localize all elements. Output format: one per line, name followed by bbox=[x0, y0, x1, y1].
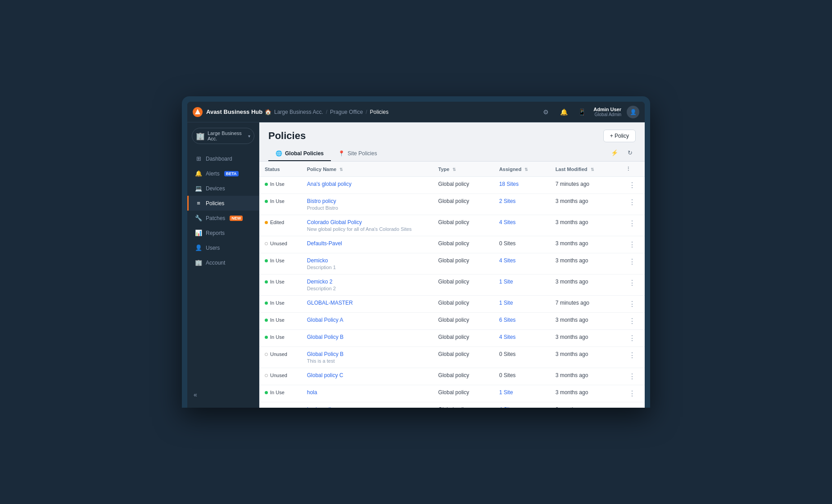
refresh-button[interactable]: ↻ bbox=[624, 147, 636, 158]
add-policy-button[interactable]: + Policy bbox=[603, 130, 636, 142]
table-row: In UseGLOBAL-MASTERGlobal policy1 Site7 … bbox=[259, 296, 645, 313]
cell-row-menu: ⋮ bbox=[620, 236, 645, 253]
assigned-link[interactable]: 1 Site bbox=[499, 300, 513, 306]
row-menu-button[interactable]: ⋮ bbox=[626, 257, 638, 266]
assigned-link[interactable]: 6 Sites bbox=[499, 317, 516, 323]
sidebar-item-label: Reports bbox=[206, 230, 225, 236]
cell-assigned: 1 Site bbox=[494, 274, 550, 296]
policy-name-link[interactable]: Bistro policy bbox=[307, 198, 336, 204]
status-text: In Use bbox=[270, 258, 285, 263]
global-tab-icon: 🌐 bbox=[276, 150, 282, 157]
row-menu-button[interactable]: ⋮ bbox=[626, 406, 638, 408]
col-header-name[interactable]: Policy Name ⇅ bbox=[302, 162, 433, 177]
sidebar-item-dashboard[interactable]: ⊞ Dashboard bbox=[187, 151, 259, 166]
sidebar-bottom: « bbox=[187, 387, 259, 402]
settings-button[interactable]: ⚙ bbox=[539, 106, 552, 118]
cell-policy-name: Ana's global policy bbox=[302, 177, 433, 194]
status-dot bbox=[265, 200, 268, 203]
tab-label: Global Policies bbox=[285, 150, 324, 157]
row-menu-button[interactable]: ⋮ bbox=[626, 351, 638, 360]
assigned-link[interactable]: 18 Sites bbox=[499, 181, 519, 187]
col-header-modified[interactable]: Last Modified ⇅ bbox=[550, 162, 620, 177]
col-header-type[interactable]: Type ⇅ bbox=[433, 162, 493, 177]
modified-text: 3 months ago bbox=[556, 219, 588, 225]
policy-name-link[interactable]: Global Policy B bbox=[307, 334, 344, 340]
reports-icon: 📊 bbox=[195, 230, 202, 236]
row-menu-button[interactable]: ⋮ bbox=[626, 372, 638, 381]
row-menu-button[interactable]: ⋮ bbox=[626, 299, 638, 309]
assigned-link[interactable]: 4 Sites bbox=[499, 406, 516, 408]
policy-name-link[interactable]: Locks policy bbox=[307, 406, 336, 408]
breadcrumb-office[interactable]: Prague Office bbox=[330, 109, 363, 115]
breadcrumb-account[interactable]: Large Business Acc. bbox=[274, 109, 323, 115]
app-window: Avast Business Hub 🏠 Large Business Acc.… bbox=[187, 102, 645, 408]
sidebar-item-label: Dashboard bbox=[206, 156, 232, 162]
col-header-assigned[interactable]: Assigned ⇅ bbox=[494, 162, 550, 177]
sidebar-item-reports[interactable]: 📊 Reports bbox=[187, 225, 259, 240]
device-button[interactable]: 📱 bbox=[575, 106, 588, 118]
page-header: Policies + Policy bbox=[259, 122, 645, 142]
tabs-container: 🌐 Global Policies 📍 Site Policies bbox=[268, 147, 384, 161]
breadcrumb-sep2: / bbox=[366, 109, 367, 115]
assigned-link[interactable]: 4 Sites bbox=[499, 334, 516, 340]
policy-name-link[interactable]: Defaults-Pavel bbox=[307, 240, 342, 247]
sidebar-item-account[interactable]: 🏢 Account bbox=[187, 255, 259, 270]
policy-name-link[interactable]: Demicko bbox=[307, 257, 328, 264]
modified-text: 3 months ago bbox=[556, 372, 588, 378]
cell-status: In Use bbox=[259, 253, 302, 274]
account-selector[interactable]: 🏢 Large Business Acc. ▾ bbox=[192, 128, 254, 144]
sidebar-item-policies[interactable]: ≡ Policies bbox=[187, 196, 259, 211]
tab-site-policies[interactable]: 📍 Site Policies bbox=[331, 147, 384, 161]
laptop-outer: Avast Business Hub 🏠 Large Business Acc.… bbox=[182, 96, 650, 408]
policy-name-link[interactable]: Global Policy A bbox=[307, 317, 344, 323]
status-text: In Use bbox=[270, 317, 285, 323]
assigned-link[interactable]: 4 Sites bbox=[499, 257, 516, 264]
cell-row-menu: ⋮ bbox=[620, 402, 645, 408]
policy-name-link[interactable]: Global policy C bbox=[307, 372, 344, 378]
sidebar-item-users[interactable]: 👤 Users bbox=[187, 240, 259, 255]
cell-status: In Use bbox=[259, 402, 302, 408]
notifications-button[interactable]: 🔔 bbox=[557, 106, 570, 118]
policy-name-link[interactable]: Colorado Global Policy bbox=[307, 219, 362, 225]
policy-name-link[interactable]: Demicko 2 bbox=[307, 279, 333, 285]
policy-name-link[interactable]: hola bbox=[307, 389, 317, 396]
cell-row-menu: ⋮ bbox=[620, 313, 645, 330]
patches-icon: 🔧 bbox=[195, 215, 202, 221]
status-text: Unused bbox=[270, 241, 287, 246]
collapse-button[interactable]: « bbox=[194, 391, 197, 398]
account-selector-text: Large Business Acc. bbox=[208, 130, 245, 141]
type-text: Global policy bbox=[438, 351, 469, 357]
row-menu-button[interactable]: ⋮ bbox=[626, 316, 638, 326]
row-menu-button[interactable]: ⋮ bbox=[626, 180, 638, 190]
col-header-status[interactable]: Status bbox=[259, 162, 302, 177]
sidebar-item-patches[interactable]: 🔧 Patches NEW bbox=[187, 211, 259, 225]
cell-policy-name: Global Policy BThis is a test bbox=[302, 347, 433, 368]
assigned-link[interactable]: 4 Sites bbox=[499, 219, 516, 225]
policy-name-link[interactable]: GLOBAL-MASTER bbox=[307, 300, 353, 306]
tab-label: Site Policies bbox=[348, 150, 377, 157]
row-menu-button[interactable]: ⋮ bbox=[626, 278, 638, 288]
avatar[interactable]: 👤 bbox=[627, 106, 639, 118]
tabs-bar: 🌐 Global Policies 📍 Site Policies ⚡ ↻ bbox=[259, 142, 645, 162]
cell-policy-name: Global policy C bbox=[302, 368, 433, 385]
row-menu-button[interactable]: ⋮ bbox=[626, 389, 638, 398]
row-menu-button[interactable]: ⋮ bbox=[626, 219, 638, 228]
row-menu-button[interactable]: ⋮ bbox=[626, 198, 638, 207]
filter-button[interactable]: ⚡ bbox=[609, 147, 620, 158]
assigned-link[interactable]: 2 Sites bbox=[499, 198, 516, 204]
policy-description: This is a test bbox=[307, 358, 428, 364]
cell-modified: 3 months ago bbox=[550, 385, 620, 402]
sidebar-item-alerts[interactable]: 🔔 Alerts BETA bbox=[187, 166, 259, 181]
sidebar-item-devices[interactable]: 💻 Devices bbox=[187, 181, 259, 196]
assigned-link[interactable]: 1 Site bbox=[499, 279, 513, 285]
policy-name-link[interactable]: Global Policy B bbox=[307, 351, 344, 357]
cell-status: In Use bbox=[259, 385, 302, 402]
cell-policy-name: Global Policy A bbox=[302, 313, 433, 330]
assigned-link[interactable]: 1 Site bbox=[499, 389, 513, 396]
row-menu-button[interactable]: ⋮ bbox=[626, 240, 638, 249]
row-menu-button[interactable]: ⋮ bbox=[626, 333, 638, 343]
tab-global-policies[interactable]: 🌐 Global Policies bbox=[268, 147, 331, 161]
cell-status: Unused bbox=[259, 347, 302, 368]
policy-name-link[interactable]: Ana's global policy bbox=[307, 181, 352, 187]
account-icon: 🏢 bbox=[195, 259, 202, 266]
